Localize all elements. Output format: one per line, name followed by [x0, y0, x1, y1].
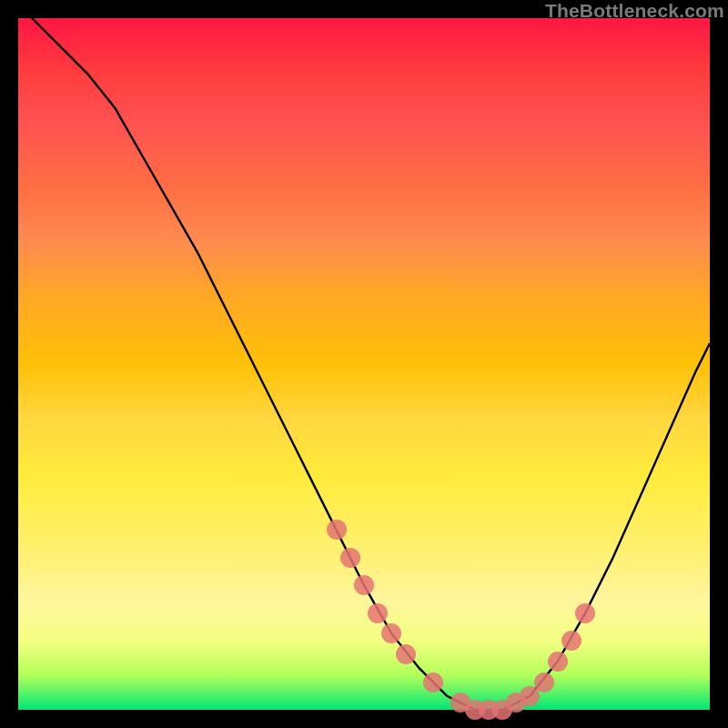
marker-dot [381, 623, 401, 643]
marker-dot [575, 603, 595, 623]
marker-dot [340, 548, 360, 568]
marker-dot [561, 631, 581, 651]
bottleneck-curve [18, 18, 710, 710]
marker-dot [423, 672, 443, 693]
marker-dot [534, 672, 554, 693]
watermark-text: TheBottleneck.com [545, 0, 724, 22]
chart-frame: TheBottleneck.com [0, 0, 728, 728]
marker-dot [368, 603, 388, 623]
marker-dot [354, 575, 374, 595]
plot-area [18, 18, 710, 710]
marker-dot [396, 644, 416, 664]
marker-dot [327, 520, 347, 540]
marker-dot [548, 652, 568, 672]
